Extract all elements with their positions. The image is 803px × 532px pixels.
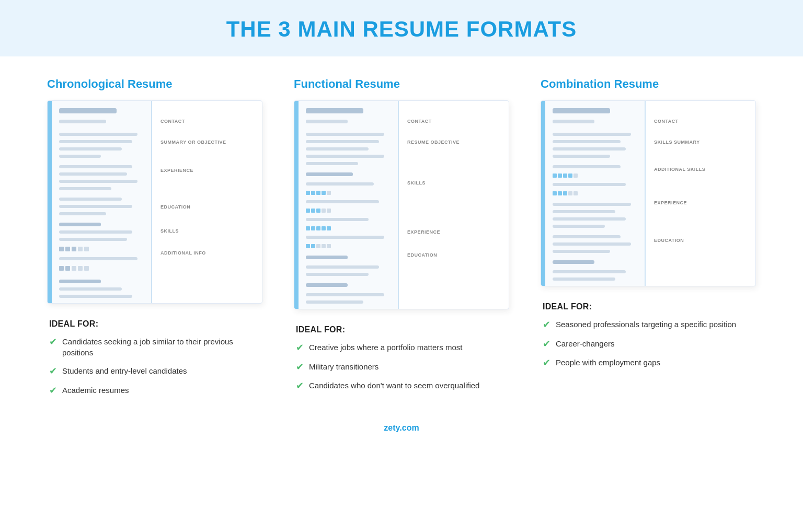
chrono-ideal-for: IDEAL FOR: ✔ Candidates seeking a job si… bbox=[47, 319, 262, 403]
combo-label-skills-summary: SKILLS SUMMARY bbox=[654, 137, 750, 145]
func-label-education: EDUCATION bbox=[407, 250, 503, 258]
combination-column: Combination Resume bbox=[525, 77, 772, 403]
chrono-ideal-text-3: Academic resumes bbox=[62, 385, 129, 396]
check-icon-c2: ✔ bbox=[543, 339, 550, 350]
combo-ideal-item-2: ✔ Career-changers bbox=[543, 338, 754, 350]
chrono-ideal-title: IDEAL FOR: bbox=[49, 319, 260, 329]
combo-ideal-for: IDEAL FOR: ✔ Seasoned professionals targ… bbox=[541, 302, 756, 376]
chrono-label-experience: EXPERIENCE bbox=[160, 166, 257, 173]
func-label-experience: EXPERIENCE bbox=[407, 227, 503, 235]
func-ideal-item-3: ✔ Candidates who don't want to seem over… bbox=[296, 380, 507, 392]
page-title: THE 3 MAIN RESUME FORMATS bbox=[0, 17, 803, 42]
chronological-resume-card: CONTACT SUMMARY OR OBJECTIVE EXPERIENCE … bbox=[47, 100, 262, 304]
combo-ideal-item-1: ✔ Seasoned professionals targeting a spe… bbox=[543, 319, 754, 331]
chrono-right-labels: CONTACT SUMMARY OR OBJECTIVE EXPERIENCE … bbox=[152, 101, 262, 303]
chronological-title: Chronological Resume bbox=[47, 77, 173, 91]
check-icon-3: ✔ bbox=[49, 385, 57, 397]
chrono-label-skills: SKILLS bbox=[160, 226, 257, 234]
combo-label-additional-skills: ADDITIONAL SKILLS bbox=[654, 165, 750, 172]
func-label-objective: RESUME OBJECTIVE bbox=[407, 137, 503, 145]
func-ideal-item-2: ✔ Military transitioners bbox=[296, 361, 507, 373]
func-ideal-title: IDEAL FOR: bbox=[296, 325, 507, 334]
func-label-skills: SKILLS bbox=[407, 178, 503, 186]
functional-resume-card: CONTACT RESUME OBJECTIVE SKILLS EXPERIEN… bbox=[294, 100, 509, 309]
check-icon-f3: ✔ bbox=[296, 380, 304, 392]
page-wrapper: THE 3 MAIN RESUME FORMATS Chronological … bbox=[0, 0, 803, 532]
functional-column: Functional Resume bbox=[278, 77, 525, 403]
check-icon-1: ✔ bbox=[49, 337, 57, 348]
sidebar-accent bbox=[48, 101, 52, 303]
func-label-contact: CONTACT bbox=[407, 117, 503, 124]
combo-label-contact: CONTACT bbox=[654, 117, 750, 124]
combo-ideal-title: IDEAL FOR: bbox=[543, 302, 754, 311]
combo-left-panel bbox=[541, 101, 646, 286]
content-area: Chronological Resume bbox=[0, 56, 803, 414]
func-right-labels: CONTACT RESUME OBJECTIVE SKILLS EXPERIEN… bbox=[399, 101, 509, 309]
combo-right-labels: CONTACT SKILLS SUMMARY ADDITIONAL SKILLS… bbox=[646, 101, 755, 286]
chrono-ideal-text-1: Candidates seeking a job similar to thei… bbox=[62, 336, 260, 358]
check-icon-c1: ✔ bbox=[543, 319, 550, 331]
combo-resume-card: CONTACT SKILLS SUMMARY ADDITIONAL SKILLS… bbox=[541, 100, 756, 286]
combo-ideal-text-3: People with employment gaps bbox=[556, 357, 660, 368]
combination-title: Combination Resume bbox=[541, 77, 659, 91]
chrono-ideal-item-1: ✔ Candidates seeking a job similar to th… bbox=[49, 336, 260, 358]
chrono-label-additional: ADDITIONAL INFO bbox=[160, 248, 257, 256]
func-ideal-text-3: Candidates who don't want to seem overqu… bbox=[309, 380, 479, 391]
chrono-left-panel bbox=[48, 101, 152, 303]
func-ideal-text-1: Creative jobs where a portfolio matters … bbox=[309, 342, 462, 353]
combo-label-education: EDUCATION bbox=[654, 236, 750, 243]
func-ideal-for: IDEAL FOR: ✔ Creative jobs where a portf… bbox=[294, 325, 509, 399]
chrono-ideal-item-3: ✔ Academic resumes bbox=[49, 385, 260, 397]
combo-label-experience: EXPERIENCE bbox=[654, 198, 750, 205]
chrono-ideal-item-2: ✔ Students and entry-level candidates bbox=[49, 365, 260, 377]
func-ideal-text-2: Military transitioners bbox=[309, 361, 378, 372]
chrono-ideal-text-2: Students and entry-level candidates bbox=[62, 365, 187, 376]
chronological-column: Chronological Resume bbox=[31, 77, 278, 403]
functional-title: Functional Resume bbox=[294, 77, 400, 91]
check-icon-f1: ✔ bbox=[296, 342, 304, 354]
combo-ideal-text-2: Career-changers bbox=[556, 338, 615, 349]
check-icon-f2: ✔ bbox=[296, 362, 304, 373]
chrono-label-contact: CONTACT bbox=[160, 117, 257, 124]
check-icon-c3: ✔ bbox=[543, 357, 550, 369]
chrono-label-summary: SUMMARY OR OBJECTIVE bbox=[160, 137, 257, 145]
footer-logo: zety.com bbox=[384, 423, 419, 432]
chrono-label-education: EDUCATION bbox=[160, 202, 257, 210]
combo-ideal-text-1: Seasoned professionals targeting a speci… bbox=[556, 319, 736, 330]
sidebar-accent-combo bbox=[541, 101, 545, 286]
check-icon-2: ✔ bbox=[49, 366, 57, 377]
func-ideal-item-1: ✔ Creative jobs where a portfolio matter… bbox=[296, 342, 507, 354]
combo-ideal-item-3: ✔ People with employment gaps bbox=[543, 357, 754, 369]
header-banner: THE 3 MAIN RESUME FORMATS bbox=[0, 0, 803, 56]
sidebar-accent-func bbox=[294, 101, 299, 309]
footer: zety.com bbox=[0, 414, 803, 445]
func-left-panel bbox=[294, 101, 399, 309]
